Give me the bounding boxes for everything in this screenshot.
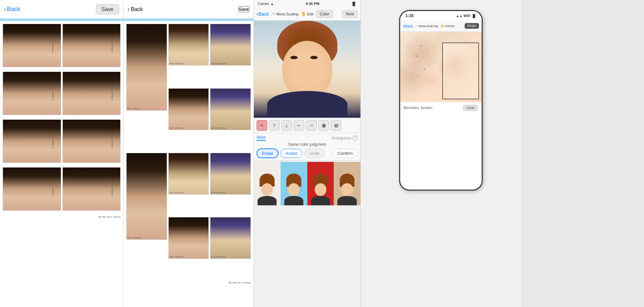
panel2-photo-3: H35 x W25(mm) [210,24,251,66]
panel3-same-color-label: Same color judgment [257,142,358,147]
panel2-photo-grid: H45 x W35(mm) H35 x W25(mm) H35 x W25(mm… [124,21,254,307]
panel3-confirm-button[interactable]: Confirm [332,149,358,158]
panel4-tool-move[interactable]: ☞ Move,Scal ing [416,24,438,28]
panel3-erase-button[interactable]: Erase [257,148,279,158]
panel3-help-icon[interactable]: ? [352,135,358,141]
panel4-battery-icon: ▐▌ [472,14,476,18]
panel2-back-button[interactable]: ‹ Back [128,6,143,12]
panel2-chevron-icon: ‹ [128,6,129,12]
panel4-freckle-6 [417,75,418,76]
panel4-finish-button[interactable]: Finish [465,23,479,29]
panel3-left-button[interactable]: ← [294,120,304,131]
panel4-undo-button[interactable]: Undo [463,105,478,111]
panel4-back-button[interactable]: ‹ Back [403,23,413,29]
panel3-thumb-blue[interactable] [281,162,307,205]
panel3-thumb-white[interactable] [254,162,281,205]
panel1-back-label: Back [7,6,20,13]
panel3-tool-move[interactable]: ☞ Move,Scaling [272,11,298,16]
panel1-dim-4: H45 x W35(mm) [111,86,113,101]
panel2-face-9 [210,217,251,259]
panel3-color-button[interactable]: Color [316,10,333,18]
panel3-assist-button[interactable]: Assist [281,149,302,158]
panel1-photo-4: H45 x W35(mm) [62,72,121,115]
panel3-color-strip [254,162,360,205]
panel4-correct-label: Correct [445,24,455,28]
panel2-dim-9: H35 x W25(mm) [211,256,226,258]
panel3-zoom-in-button[interactable]: ⊕ [318,120,329,131]
panel3-up-button[interactable]: ↑ [269,120,280,131]
panel1-save-button[interactable]: Save [96,4,119,14]
panel4-phone-frame: 1:28 ▲▲ WiFi ▐▌ ‹ Back ☞ Move,Scal ing ✋… [399,10,483,191]
panel2-dim-5: H35 x W25(mm) [211,127,226,129]
panel4-labels-row: Blemishes, freckles Undo [404,105,478,111]
panel4-nav-bar: ‹ Back ☞ Move,Scal ing ✋ Correct Finish [400,20,482,32]
panel3-thumb-red[interactable] [307,162,334,205]
panel2-blue-bar [124,18,254,21]
panel1-row-4: H45 x W35(mm) H45 x W35(mm) [3,167,121,214]
panel2-photo-2: H35 x W25(mm) [168,24,209,66]
panel2-topbar: ‹ Back Save [124,0,254,18]
panel1-photo-grid: H35 x W25(mm) H35 x W25(mm) H35 x W25(mm… [0,21,123,307]
panel2-dim-2: H35 x W25(mm) [169,63,184,65]
panel4-bottom-panel: Blemishes, freckles Undo [400,102,482,114]
panel3-strict-row: Strict Ambiguous ? [257,135,358,141]
panel1-blue-bar [0,18,123,21]
panel1-photo-2: H35 x W25(mm) [62,24,121,67]
panel1-back-button[interactable]: ‹ Back [4,5,20,13]
panel3-tool-edit[interactable]: ✋ Edit [301,11,313,16]
panel2-photo-5: H35 x W25(mm) [210,88,251,130]
panel2-photo-7: H35 x W25(mm) [210,153,251,195]
panel4-tool-correct[interactable]: ✋ Correct [440,24,455,28]
panel3-thumb-tan[interactable] [334,162,360,205]
panel1-dim-2: H35 x W25(mm) [111,38,113,53]
panel3-strict-label: Strict [257,135,266,141]
panel2-save-button[interactable]: Save [238,6,250,12]
panel3-undo-button[interactable]: Undo [304,149,325,158]
panel3-move-label: Move,Scaling [276,12,298,16]
panel2-dim-7: H35 x W25(mm) [211,192,226,194]
panel1-row-3: H45 x W35(mm) H45 x W35(mm) [3,119,121,166]
panel3-carrier: Carrier [258,2,269,6]
panel1-dim-5: H45 x W35(mm) [52,134,54,148]
panel2-dim-large-1: H45 x W35(mm) [127,108,142,110]
panel2-face-8 [169,217,209,259]
panel3-action-buttons-row: Erase Assist Undo Confirm [257,148,358,158]
panel3-back-button[interactable]: ‹ Back [257,10,269,17]
panel1-dim-3: H35 x W25(mm) [52,86,54,101]
panel4-freckle-4 [434,62,435,63]
panel2-face-6 [169,153,209,194]
panel1-photo-8: H45 x W35(mm) [62,167,121,211]
panel-4: 1:28 ▲▲ WiFi ▐▌ ‹ Back ☞ Move,Scal ing ✋… [361,0,521,307]
panel4-main-skin-image [400,32,482,102]
panel3-time: 4:35 PM [274,2,351,6]
panel2-dim-8: H35 x W25(mm) [169,256,184,258]
panel3-main-photo [254,21,360,118]
panel3-next-button[interactable]: Next [342,10,358,18]
panel4-move-label: Move,Scal ing [419,24,438,28]
panel4-inner-skin [443,43,478,99]
panel4-freckle-3 [415,55,417,57]
panel3-edit-hand-icon: ✋ [301,11,306,16]
panel1-topbar: ‹ Back Save [0,0,123,18]
panel2-sheet-size-label: 4R 4x6 102 x 152mm [126,282,251,304]
panel3-battery-icon: ▐▌ [351,2,356,6]
panel-2: ‹ Back Save H45 x W35(mm) H35 x W25(mm) … [124,0,254,307]
panel4-wifi-icon: WiFi [464,14,471,18]
panel4-status-bar: 1:28 ▲▲ WiFi ▐▌ [400,11,482,20]
panel3-right-button[interactable]: → [306,120,317,131]
panel4-time: 1:28 [406,13,414,18]
panel3-erase-section: Strict Ambiguous ? Same color judgment E… [254,133,360,161]
panel3-zoom-out-button[interactable]: ⊖ [331,120,341,131]
panel1-dim-6: H45 x W35(mm) [111,134,113,148]
panel3-down-button[interactable]: ↓ [281,120,292,131]
panel3-wand-button[interactable]: ✦ [257,120,267,131]
panel3-wifi-icon: ▲ [271,2,274,6]
panel4-back-label: Back [405,24,413,28]
panel-3: Carrier ▲ 4:35 PM ▐▌ ‹ Back ☞ Move,Scali… [254,0,361,307]
panel2-photo-4: H35 x W25(mm) [168,88,209,130]
panel1-photo-3: H35 x W25(mm) [3,72,61,115]
panel3-edit-label: Edit [307,12,313,16]
panel2-face-large-2 [127,153,167,239]
panel4-hand-move-icon: ☞ [416,24,418,28]
panel2-photo-8: H35 x W25(mm) [168,217,209,259]
